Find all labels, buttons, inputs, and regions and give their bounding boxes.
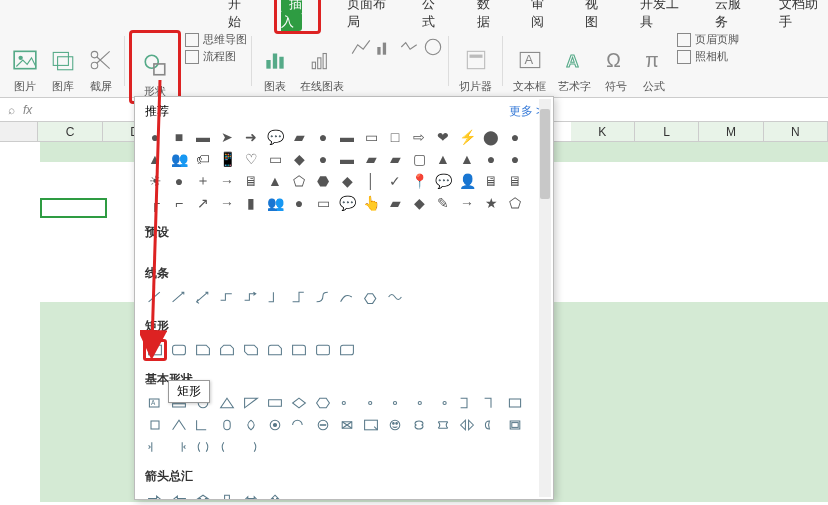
- shape-basic[interactable]: [215, 392, 239, 414]
- shape-basic[interactable]: [431, 414, 455, 436]
- shape-item[interactable]: ●: [311, 148, 335, 170]
- shape-basic[interactable]: [167, 414, 191, 436]
- shape-item[interactable]: ●: [479, 148, 503, 170]
- mini-chart-icon[interactable]: [398, 36, 420, 58]
- col-header[interactable]: L: [635, 122, 699, 141]
- shape-item[interactable]: ⌐: [167, 192, 191, 214]
- shape-basic[interactable]: [431, 392, 455, 414]
- btn-mindmap[interactable]: 思维导图: [185, 32, 247, 47]
- corner-cell[interactable]: [0, 122, 38, 141]
- shape-item[interactable]: ▰: [359, 148, 383, 170]
- btn-headerfooter[interactable]: 页眉页脚: [677, 32, 739, 47]
- shape-line[interactable]: [383, 286, 407, 308]
- shape-basic[interactable]: [215, 436, 239, 458]
- btn-gallery[interactable]: 图库: [44, 30, 82, 94]
- shape-basic[interactable]: [239, 392, 263, 414]
- shape-item[interactable]: 👆: [359, 192, 383, 214]
- shape-basic[interactable]: [191, 414, 215, 436]
- shape-item[interactable]: ●: [167, 170, 191, 192]
- shape-basic[interactable]: [143, 436, 167, 458]
- shape-basic[interactable]: [455, 414, 479, 436]
- shape-basic[interactable]: [191, 436, 215, 458]
- shape-basic[interactable]: [311, 414, 335, 436]
- shape-line[interactable]: [359, 286, 383, 308]
- col-header[interactable]: K: [571, 122, 635, 141]
- shape-snip-rect[interactable]: [191, 339, 215, 361]
- shape-item[interactable]: ◆: [407, 192, 431, 214]
- shape-item[interactable]: →: [215, 170, 239, 192]
- shape-item[interactable]: │: [359, 170, 383, 192]
- shape-basic[interactable]: [215, 414, 239, 436]
- shape-item[interactable]: 📱: [215, 148, 239, 170]
- btn-equation[interactable]: π 公式: [635, 30, 673, 94]
- shape-item[interactable]: →: [455, 192, 479, 214]
- shape-rectangle[interactable]: [143, 339, 167, 361]
- shape-round2-rect[interactable]: [311, 339, 335, 361]
- shape-item[interactable]: □: [383, 126, 407, 148]
- shape-line[interactable]: [335, 286, 359, 308]
- shape-item[interactable]: 💬: [263, 126, 287, 148]
- col-header[interactable]: C: [38, 122, 102, 141]
- shape-item[interactable]: ▰: [383, 192, 407, 214]
- shape-item[interactable]: ▲: [143, 148, 167, 170]
- shape-item[interactable]: 🏷: [191, 148, 215, 170]
- shape-basic[interactable]: [263, 414, 287, 436]
- shape-basic[interactable]: [143, 414, 167, 436]
- shape-item[interactable]: 🖥: [479, 170, 503, 192]
- shape-basic[interactable]: [359, 414, 383, 436]
- shape-item[interactable]: ▲: [431, 148, 455, 170]
- shape-basic[interactable]: [287, 392, 311, 414]
- mini-chart-icon[interactable]: [374, 36, 396, 58]
- shape-item[interactable]: 🖥: [503, 170, 527, 192]
- shape-item[interactable]: ➤: [215, 126, 239, 148]
- shape-arrow[interactable]: [167, 489, 191, 500]
- shape-item[interactable]: ▬: [335, 126, 359, 148]
- shape-item[interactable]: 👤: [455, 170, 479, 192]
- tab-layout[interactable]: 页面布局: [339, 0, 396, 33]
- btn-flowchart[interactable]: 流程图: [185, 49, 247, 64]
- scrollbar[interactable]: [539, 99, 551, 497]
- btn-symbol[interactable]: Ω 符号: [597, 30, 635, 94]
- shape-item[interactable]: 👥: [167, 148, 191, 170]
- btn-onlinechart[interactable]: 在线图表: [294, 30, 350, 94]
- shape-item[interactable]: ＋: [191, 170, 215, 192]
- shape-round-diag-rect[interactable]: [335, 339, 359, 361]
- mini-chart-icon[interactable]: [350, 36, 372, 58]
- shape-item[interactable]: ▭: [311, 192, 335, 214]
- shape-basic[interactable]: [383, 392, 407, 414]
- shape-rounded-rect[interactable]: [167, 339, 191, 361]
- shape-basic[interactable]: [263, 392, 287, 414]
- more-link[interactable]: 更多 >: [509, 103, 543, 120]
- tab-insert[interactable]: 插入: [281, 0, 302, 31]
- shape-item[interactable]: ●: [287, 192, 311, 214]
- shape-arrow[interactable]: [191, 489, 215, 500]
- shape-basic[interactable]: [311, 392, 335, 414]
- btn-screenshot[interactable]: 截屏: [82, 30, 120, 94]
- shape-round1-rect[interactable]: [287, 339, 311, 361]
- shape-item[interactable]: ❤: [431, 126, 455, 148]
- tab-review[interactable]: 审阅: [523, 0, 559, 33]
- btn-chart[interactable]: 图表: [256, 30, 294, 94]
- shape-item[interactable]: ➜: [239, 126, 263, 148]
- shape-basic[interactable]: [503, 392, 527, 414]
- shape-basic[interactable]: [335, 414, 359, 436]
- shape-item[interactable]: ⬤: [479, 126, 503, 148]
- shape-item[interactable]: ●: [143, 126, 167, 148]
- shape-line[interactable]: [143, 286, 167, 308]
- shape-item[interactable]: ┌: [143, 192, 167, 214]
- shape-basic[interactable]: [287, 414, 311, 436]
- shape-item[interactable]: ▬: [191, 126, 215, 148]
- shape-line[interactable]: [239, 286, 263, 308]
- shape-item[interactable]: ▮: [239, 192, 263, 214]
- col-header[interactable]: M: [699, 122, 763, 141]
- shape-basic[interactable]: [167, 436, 191, 458]
- btn-wordart[interactable]: A 艺术字: [552, 30, 597, 94]
- shape-item[interactable]: ✎: [431, 192, 455, 214]
- shape-basic[interactable]: [335, 392, 359, 414]
- shape-line[interactable]: [167, 286, 191, 308]
- shape-item[interactable]: ♡: [239, 148, 263, 170]
- btn-textbox[interactable]: A 文本框: [507, 30, 552, 94]
- shape-item[interactable]: 📍: [407, 170, 431, 192]
- tab-dev[interactable]: 开发工具: [632, 0, 689, 33]
- shape-basic[interactable]: [407, 392, 431, 414]
